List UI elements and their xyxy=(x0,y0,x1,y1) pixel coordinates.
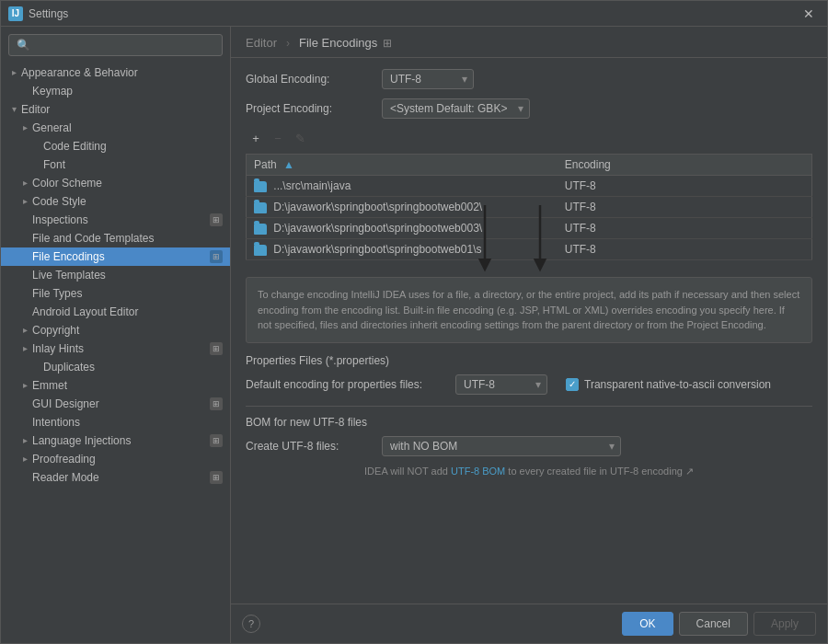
chevron-icon xyxy=(19,380,30,391)
sidebar-item-file-types[interactable]: File Types xyxy=(1,284,230,303)
props-section: Properties Files (*.properties) Default … xyxy=(246,354,812,395)
bom-dropdown[interactable]: with NO BOM xyxy=(382,436,621,456)
ok-button[interactable]: OK xyxy=(622,612,673,636)
sidebar-item-label: Language Injections xyxy=(32,434,131,447)
sidebar-item-android-layout[interactable]: Android Layout Editor xyxy=(1,303,230,321)
path-cell: D:\javawork\springboot\springbootweb01\s xyxy=(247,239,558,260)
sidebar-item-gui-designer[interactable]: GUI Designer ⊞ xyxy=(1,395,230,413)
sidebar-item-inspections[interactable]: Inspections ⊞ xyxy=(1,211,230,229)
sidebar-item-emmet[interactable]: Emmet xyxy=(1,376,230,395)
transparent-checkbox-row: Transparent native-to-ascii conversion xyxy=(566,378,771,391)
folder-icon xyxy=(254,224,267,235)
sidebar-item-code-editing[interactable]: Code Editing xyxy=(1,137,230,155)
sidebar-item-appearance[interactable]: Appearance & Behavior xyxy=(1,63,230,82)
sidebar-item-reader-mode[interactable]: Reader Mode ⊞ xyxy=(1,468,230,487)
sidebar-item-live-templates[interactable]: Live Templates xyxy=(1,266,230,284)
folder-icon xyxy=(254,181,267,192)
cancel-button[interactable]: Cancel xyxy=(679,612,748,636)
panel-icon: ⊞ xyxy=(383,37,392,50)
sidebar-item-duplicates[interactable]: Duplicates xyxy=(1,358,230,376)
search-input[interactable] xyxy=(8,34,223,56)
panel-header: Editor › File Encodings ⊞ xyxy=(231,27,827,58)
bom-section: BOM for new UTF-8 files Create UTF-8 fil… xyxy=(246,416,812,477)
create-utf8-label: Create UTF-8 files: xyxy=(246,440,374,453)
table-row[interactable]: D:\javawork\springboot\springbootweb002\… xyxy=(247,197,812,218)
create-utf8-row: Create UTF-8 files: with NO BOM xyxy=(246,436,812,456)
sidebar-item-label: File Types xyxy=(32,287,82,300)
global-encoding-label: Global Encoding: xyxy=(246,73,374,86)
apply-button[interactable]: Apply xyxy=(753,612,816,636)
sidebar-item-color-scheme[interactable]: Color Scheme xyxy=(1,174,230,192)
sidebar-item-copyright[interactable]: Copyright xyxy=(1,321,230,339)
bottom-bar: ? OK Cancel Apply xyxy=(231,604,827,643)
global-encoding-dropdown[interactable]: UTF-8 xyxy=(382,69,474,89)
settings-window: IJ Settings ✕ Appearance & Behavior Keym… xyxy=(0,0,828,644)
props-section-title: Properties Files (*.properties) xyxy=(246,354,812,367)
sidebar-item-label: Copyright xyxy=(32,324,79,337)
sidebar-item-label: Android Layout Editor xyxy=(32,305,138,318)
chevron-icon xyxy=(19,325,30,336)
col-encoding[interactable]: Encoding xyxy=(558,155,812,176)
sidebar-item-label: General xyxy=(32,121,72,134)
utf8-bom-link[interactable]: UTF-8 BOM xyxy=(451,466,505,477)
table-row[interactable]: D:\javawork\springboot\springbootweb003\… xyxy=(247,218,812,239)
chevron-icon xyxy=(8,67,19,78)
badge-icon: ⊞ xyxy=(210,213,223,226)
add-button[interactable]: + xyxy=(246,128,266,148)
bom-info-line: IDEA will NOT add UTF-8 BOM to every cre… xyxy=(246,466,812,477)
main-panel: Editor › File Encodings ⊞ Global Encodin… xyxy=(231,27,827,643)
chevron-icon xyxy=(19,196,30,207)
sidebar-item-proofreading[interactable]: Proofreading xyxy=(1,450,230,468)
help-button[interactable]: ? xyxy=(242,615,260,633)
sidebar-item-font[interactable]: Font xyxy=(1,155,230,174)
project-encoding-dropdown[interactable]: <System Default: GBK> xyxy=(382,98,530,119)
sort-arrow-icon: ▲ xyxy=(283,158,294,171)
sidebar: Appearance & Behavior Keymap Editor Gene… xyxy=(1,27,231,643)
sidebar-item-label: File and Code Templates xyxy=(32,232,155,245)
info-box: To change encoding IntelliJ IDEA uses fo… xyxy=(246,277,812,343)
sidebar-item-intentions[interactable]: Intentions xyxy=(1,413,230,431)
table-row[interactable]: D:\javawork\springboot\springbootweb01\s… xyxy=(247,239,812,260)
sidebar-item-keymap[interactable]: Keymap xyxy=(1,82,230,100)
table-row[interactable]: ...\src\main\java UTF-8 xyxy=(247,176,812,197)
toolbar: + − ✎ xyxy=(246,128,812,148)
sidebar-item-general[interactable]: General xyxy=(1,119,230,137)
chevron-icon xyxy=(19,343,30,354)
nav-tree: Appearance & Behavior Keymap Editor Gene… xyxy=(1,63,230,643)
sidebar-item-editor[interactable]: Editor xyxy=(1,100,230,119)
sidebar-item-language-injections[interactable]: Language Injections ⊞ xyxy=(1,431,230,450)
info-text: To change encoding IntelliJ IDEA uses fo… xyxy=(258,289,799,330)
badge-icon: ⊞ xyxy=(210,471,223,484)
info-line-post: to every created file in UTF-8 encoding … xyxy=(505,466,694,477)
sidebar-item-label: Reader Mode xyxy=(32,471,99,484)
folder-icon xyxy=(254,245,267,256)
breadcrumb: Editor xyxy=(246,36,277,50)
separator xyxy=(246,406,812,407)
sidebar-item-label: Code Editing xyxy=(43,140,107,153)
project-encoding-label: Project Encoding: xyxy=(246,102,374,115)
sidebar-item-label: Code Style xyxy=(32,195,86,208)
info-line-pre: IDEA will NOT add xyxy=(364,466,451,477)
sidebar-item-label: Duplicates xyxy=(43,361,95,374)
sidebar-item-inlay-hints[interactable]: Inlay Hints ⊞ xyxy=(1,339,230,358)
col-path[interactable]: Path ▲ xyxy=(247,155,558,176)
sidebar-item-code-style[interactable]: Code Style xyxy=(1,192,230,211)
encoding-cell: UTF-8 xyxy=(558,239,812,260)
sidebar-item-file-code-templates[interactable]: File and Code Templates xyxy=(1,229,230,247)
title-bar-text: Settings xyxy=(29,7,68,20)
encoding-cell: UTF-8 xyxy=(558,197,812,218)
app-icon: IJ xyxy=(8,6,23,21)
sidebar-item-label: Editor xyxy=(21,103,50,116)
sidebar-item-file-encodings[interactable]: File Encodings ⊞ xyxy=(1,247,230,266)
global-encoding-row: Global Encoding: UTF-8 xyxy=(246,69,812,89)
edit-button[interactable]: ✎ xyxy=(290,128,310,148)
chevron-icon xyxy=(19,122,30,133)
project-encoding-row: Project Encoding: <System Default: GBK> xyxy=(246,98,812,119)
props-encoding-dropdown[interactable]: UTF-8 xyxy=(455,374,547,395)
transparent-checkbox[interactable] xyxy=(566,378,579,391)
close-button[interactable]: ✕ xyxy=(798,5,820,23)
sidebar-item-label: Emmet xyxy=(32,379,67,392)
bom-section-title: BOM for new UTF-8 files xyxy=(246,416,812,429)
panel-title: File Encodings xyxy=(299,36,377,50)
remove-button[interactable]: − xyxy=(268,128,288,148)
